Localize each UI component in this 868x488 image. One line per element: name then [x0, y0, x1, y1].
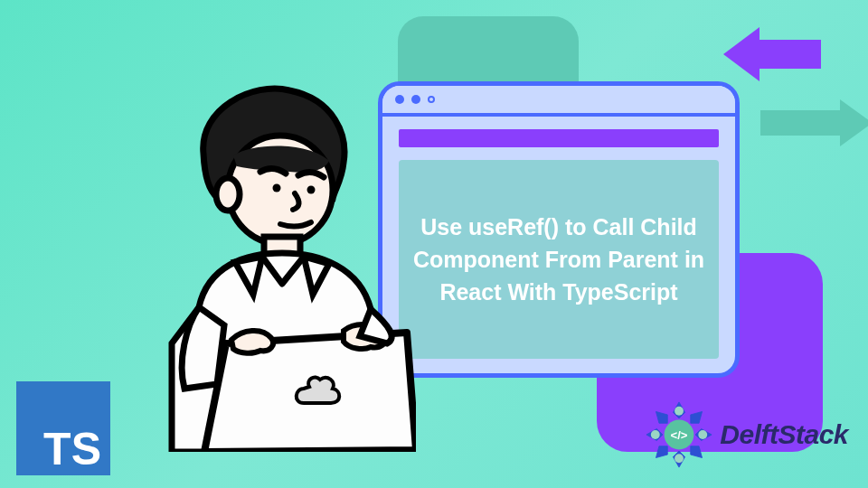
browser-window: Use useRef() to Call Child Component Fro… — [378, 81, 740, 378]
brand-name: DelftStack — [720, 419, 848, 450]
arrow-left-icon — [723, 27, 823, 81]
brand-emblem-icon: </> — [642, 398, 716, 472]
svg-text:</>: </> — [671, 428, 688, 442]
typescript-badge: TS — [16, 381, 110, 475]
person-illustration — [118, 72, 416, 452]
hero-banner: Use useRef() to Call Child Component Fro… — [0, 0, 868, 488]
svg-point-8 — [675, 454, 684, 463]
typescript-badge-text: TS — [43, 427, 101, 472]
svg-point-9 — [651, 430, 660, 439]
browser-header-bar — [399, 129, 719, 147]
brand-logo: </> DelftStack — [642, 398, 848, 472]
browser-body: Use useRef() to Call Child Component Fro… — [382, 147, 735, 375]
window-dot-icon — [428, 96, 435, 103]
svg-point-10 — [699, 430, 708, 439]
svg-point-3 — [307, 186, 316, 194]
arrow-right-icon — [755, 99, 868, 146]
svg-point-7 — [675, 407, 684, 416]
svg-point-1 — [216, 178, 240, 211]
hero-title: Use useRef() to Call Child Component Fro… — [399, 160, 719, 359]
browser-titlebar — [382, 86, 735, 117]
svg-point-2 — [273, 184, 281, 192]
